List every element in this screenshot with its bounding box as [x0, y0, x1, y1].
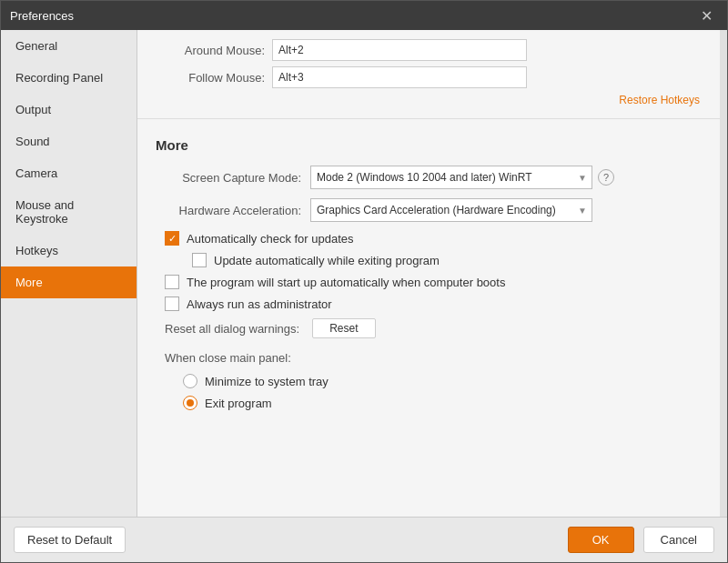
auto-check-updates-checkbox[interactable]: [165, 231, 179, 246]
hardware-accel-wrapper: Graphics Card Acceleration (Hardware Enc…: [310, 198, 592, 222]
footer-left: Reset to Default: [14, 527, 126, 553]
reset-default-button[interactable]: Reset to Default: [14, 527, 126, 553]
when-close-label: When close main panel:: [156, 351, 702, 365]
auto-check-updates-row[interactable]: Automatically check for updates: [156, 231, 702, 246]
sidebar-item-recording-panel[interactable]: Recording Panel: [1, 62, 136, 94]
follow-mouse-input[interactable]: [272, 66, 527, 88]
run-admin-label: Always run as administrator: [187, 297, 332, 311]
screen-capture-label: Screen Capture Mode:: [156, 171, 301, 185]
auto-check-updates-label: Automatically check for updates: [187, 232, 354, 246]
sidebar-item-sound[interactable]: Sound: [1, 126, 136, 157]
hotkeys-section-top: Around Mouse: Follow Mouse: Restore Hotk…: [137, 30, 720, 119]
screen-capture-row: Screen Capture Mode: Mode 2 (Windows 10 …: [156, 166, 702, 189]
startup-auto-checkbox[interactable]: [165, 275, 179, 289]
around-mouse-label: Around Mouse:: [156, 44, 265, 57]
hardware-accel-row: Hardware Acceleration: Graphics Card Acc…: [156, 198, 702, 222]
screen-capture-select[interactable]: Mode 2 (Windows 10 2004 and later) WinRT: [310, 166, 592, 189]
sidebar-item-hotkeys[interactable]: Hotkeys: [1, 235, 136, 266]
update-auto-checkbox[interactable]: [192, 253, 207, 267]
run-admin-checkbox[interactable]: [165, 297, 179, 311]
sidebar-item-general[interactable]: General: [1, 30, 136, 62]
reset-dialog-button[interactable]: Reset: [312, 318, 375, 338]
update-auto-label: Update automatically while exiting progr…: [214, 254, 440, 267]
exit-radio-row[interactable]: Exit program: [156, 396, 702, 410]
sidebar: General Recording Panel Output Sound Cam…: [1, 30, 137, 517]
sidebar-item-more[interactable]: More: [1, 266, 136, 298]
footer-right: OK Cancel: [568, 527, 714, 553]
ok-button[interactable]: OK: [568, 527, 634, 553]
more-section-title: More: [156, 137, 702, 153]
content-area: General Recording Panel Output Sound Cam…: [1, 30, 727, 517]
cancel-button[interactable]: Cancel: [643, 527, 714, 553]
more-section: More Screen Capture Mode: Mode 2 (Window…: [137, 119, 720, 517]
minimize-label: Minimize to system tray: [205, 375, 329, 388]
sidebar-item-camera[interactable]: Camera: [1, 157, 136, 189]
sidebar-item-mouse-keystroke[interactable]: Mouse and Keystroke: [1, 189, 136, 235]
around-mouse-row: Around Mouse:: [156, 39, 702, 61]
restore-hotkeys-link[interactable]: Restore Hotkeys: [156, 94, 702, 106]
update-auto-row[interactable]: Update automatically while exiting progr…: [156, 253, 702, 267]
window-title: Preferences: [10, 9, 74, 23]
close-button[interactable]: ✕: [695, 5, 718, 26]
reset-dialog-label: Reset all dialog warnings:: [165, 322, 299, 336]
scrollbar[interactable]: [720, 30, 727, 517]
footer: Reset to Default OK Cancel: [1, 517, 727, 562]
screen-capture-wrapper: Mode 2 (Windows 10 2004 and later) WinRT…: [310, 166, 592, 189]
follow-mouse-label: Follow Mouse:: [156, 71, 265, 85]
minimize-radio[interactable]: [183, 374, 197, 388]
screen-capture-help-icon[interactable]: ?: [598, 169, 614, 186]
exit-label: Exit program: [205, 397, 272, 410]
hardware-accel-select[interactable]: Graphics Card Acceleration (Hardware Enc…: [310, 198, 592, 222]
reset-dialog-row: Reset all dialog warnings: Reset: [156, 318, 702, 338]
hardware-accel-label: Hardware Acceleration:: [156, 204, 301, 217]
startup-auto-label: The program will start up automatically …: [187, 276, 505, 289]
startup-auto-row[interactable]: The program will start up automatically …: [156, 275, 702, 289]
follow-mouse-row: Follow Mouse:: [156, 66, 702, 88]
minimize-radio-row[interactable]: Minimize to system tray: [156, 374, 702, 388]
exit-radio[interactable]: [183, 396, 197, 410]
title-bar: Preferences ✕: [1, 1, 727, 30]
sidebar-item-output[interactable]: Output: [1, 94, 136, 126]
main-panel: Around Mouse: Follow Mouse: Restore Hotk…: [137, 30, 720, 517]
around-mouse-input[interactable]: [272, 39, 527, 61]
preferences-window: Preferences ✕ General Recording Panel Ou…: [0, 0, 728, 563]
run-admin-row[interactable]: Always run as administrator: [156, 297, 702, 311]
